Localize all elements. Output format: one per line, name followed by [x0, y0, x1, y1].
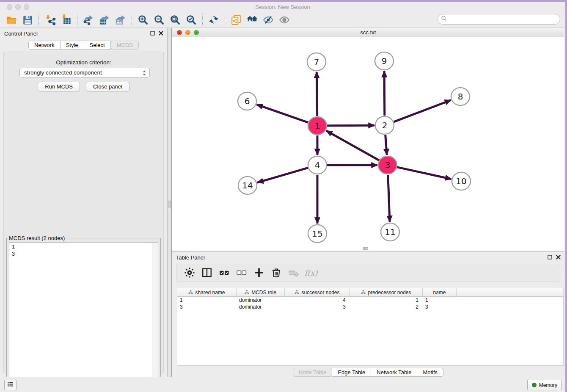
table-row[interactable]: 3dominator323 [177, 304, 563, 310]
graph-edge-3-1[interactable] [326, 131, 379, 160]
tab-node-table[interactable]: Node Table [293, 368, 333, 377]
table-cell[interactable]: 4 [285, 297, 350, 304]
tab-network[interactable]: Network [28, 41, 61, 50]
column-header-MCDS-role[interactable]: MCDS role [237, 288, 285, 296]
column-header-successor-nodes[interactable]: successor nodes [285, 288, 350, 296]
table-cell[interactable]: 1 [177, 297, 237, 304]
graph-edge-2-3[interactable] [385, 135, 387, 155]
graph-edge-1-2[interactable] [327, 125, 374, 126]
graph-edge-2-8[interactable] [394, 100, 451, 122]
mcds-result-textarea[interactable]: 1 3 [9, 243, 158, 392]
zoom-in-button[interactable] [135, 13, 151, 27]
column-header-name[interactable]: name [423, 288, 457, 296]
column-header-predecessor-nodes[interactable]: predecessor nodes [350, 288, 423, 296]
deselect-all-check-icon [236, 267, 247, 278]
float-table-panel-icon[interactable] [547, 254, 553, 262]
table-cell[interactable]: 3 [285, 304, 350, 310]
canvas-scroll-thumb[interactable] [363, 247, 368, 250]
graph-node-9[interactable]: 9 [375, 52, 394, 70]
column-label: name [433, 290, 446, 295]
deselect-all-check-button[interactable] [236, 267, 247, 278]
float-panel-icon[interactable] [150, 30, 155, 38]
clone-network-button[interactable] [228, 13, 244, 27]
select-all-check-button[interactable] [219, 267, 230, 278]
column-header-shared-name[interactable]: shared name [177, 288, 237, 296]
import-network-button[interactable] [42, 13, 58, 27]
hide-selected-button[interactable] [260, 13, 276, 27]
close-panel-icon[interactable] [158, 30, 164, 38]
graph-edge-2-9[interactable] [384, 71, 385, 116]
graph-node-label: 10 [456, 176, 466, 186]
tab-select[interactable]: Select [84, 41, 111, 50]
table-cell[interactable]: 2 [350, 304, 423, 310]
tab-network-table[interactable]: Network Table [371, 368, 417, 377]
graph-edge-4-14[interactable] [257, 168, 308, 182]
task-history-button[interactable] [4, 380, 17, 390]
close-panel-button[interactable]: Close panel [86, 82, 129, 91]
graph-node-2[interactable]: 2 [375, 116, 394, 134]
export-image-button[interactable] [113, 13, 129, 27]
graph-node-4[interactable]: 4 [308, 156, 327, 174]
table-cell[interactable]: 3 [177, 304, 237, 310]
node-table[interactable]: shared nameMCDS rolesuccessor nodesprede… [177, 288, 564, 366]
save-session-button[interactable] [19, 13, 36, 27]
graph-edge-3-10[interactable] [397, 167, 451, 179]
apply-layout-button[interactable] [206, 13, 222, 27]
function-builder-button[interactable]: f(x) [306, 267, 317, 278]
tab-style[interactable]: Style [61, 41, 84, 50]
graph-edge-1-7[interactable] [317, 72, 317, 116]
table-settings-button[interactable] [184, 267, 195, 278]
graph-node-11[interactable]: 11 [381, 223, 399, 241]
table-row[interactable]: 1dominator411 [177, 297, 563, 304]
open-session-icon [6, 14, 17, 25]
show-all-button[interactable] [276, 13, 292, 27]
table-cell[interactable]: 1 [350, 297, 423, 304]
table-cell[interactable]: 1 [423, 297, 457, 304]
tab-edge-table[interactable]: Edge Table [332, 368, 371, 377]
main-toolbar [0, 12, 565, 28]
table-toolbar: f(x) [176, 264, 560, 282]
zoom-fit-button[interactable] [167, 13, 183, 27]
panel-divider[interactable] [167, 28, 172, 377]
run-mcds-button[interactable]: Run MCDS [38, 82, 80, 91]
table-cell[interactable]: dominator [237, 304, 285, 310]
table-cell[interactable]: dominator [237, 297, 285, 304]
graph-node-7[interactable]: 7 [307, 53, 326, 71]
graph-edge-3-11[interactable] [388, 175, 390, 222]
graph-node-14[interactable]: 14 [238, 177, 257, 194]
graph-node-15[interactable]: 15 [308, 225, 327, 243]
graph-node-3[interactable]: 3 [378, 156, 397, 174]
open-session-button[interactable] [3, 13, 19, 27]
column-label: MCDS role [251, 290, 276, 295]
graph-node-1[interactable]: 1 [308, 117, 327, 135]
show-columns-button[interactable] [201, 267, 212, 278]
graph-node-10[interactable]: 10 [452, 172, 471, 190]
search-box[interactable] [438, 14, 560, 25]
zoom-out-button[interactable] [151, 13, 167, 27]
optimization-criterion-select[interactable]: strongly connected component [19, 68, 150, 77]
graph-edge-1-6[interactable] [257, 105, 308, 122]
delete-rows-button[interactable] [271, 267, 282, 278]
divider-grip[interactable] [168, 201, 171, 207]
graph-node-6[interactable]: 6 [238, 92, 256, 110]
result-scrollbar[interactable] [152, 243, 158, 392]
export-table-button[interactable] [96, 13, 113, 27]
delete-rows-icon [271, 267, 282, 278]
zoom-selected-button[interactable] [183, 13, 199, 27]
import-table-button[interactable] [58, 13, 74, 27]
optimization-criterion-label: Optimization criterion: [4, 59, 163, 66]
close-table-panel-icon[interactable] [556, 254, 561, 262]
first-neighbors-button[interactable] [244, 13, 260, 27]
export-network-button[interactable] [80, 13, 96, 27]
table-panel: Table Panel f(x) shared nameMCDS rolesuc… [172, 251, 564, 377]
add-row-button[interactable] [253, 267, 264, 278]
network-canvas[interactable]: 1234678910111415 [172, 37, 564, 251]
table-cell[interactable]: 3 [423, 304, 457, 310]
delete-table-button[interactable] [288, 267, 299, 278]
memory-button[interactable]: Memory [527, 380, 562, 390]
graph-node-8[interactable]: 8 [451, 88, 470, 105]
mcds-result-legend: MCDS result (2 nodes) [8, 235, 66, 241]
tab-mcds[interactable]: MCDS [111, 41, 139, 50]
tab-motifs[interactable]: Motifs [417, 368, 443, 377]
search-input[interactable] [447, 15, 560, 24]
